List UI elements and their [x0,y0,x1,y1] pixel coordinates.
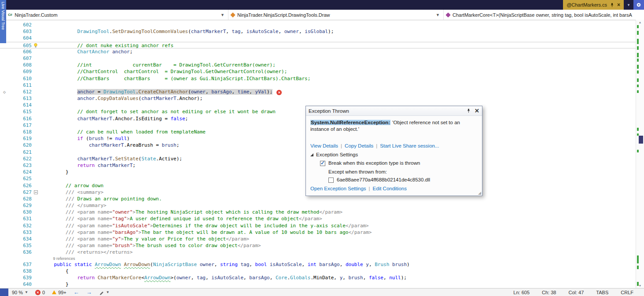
codelens-references[interactable]: 9 references [0,256,636,261]
code-line[interactable]: 606 ChartAnchor anchor; [0,48,636,55]
line-number[interactable]: 624 [9,169,33,175]
copy-details-link[interactable]: Copy Details [345,143,373,148]
pin-icon[interactable] [466,108,471,113]
line-number[interactable]: 604 [9,35,33,41]
code-text[interactable]: //int currentBar = DrawingTool.GetCurren… [40,62,636,68]
code-text[interactable]: anchor = DrawingTool.CreateChartAnchor(o… [40,89,636,95]
code-text[interactable]: /// <returns></returns> [40,249,636,255]
code-text[interactable]: /// Draws an arrow pointing down. [40,196,636,202]
code-text[interactable]: //ChartControl chartControl = DrawingToo… [40,68,636,75]
edit-conditions-link[interactable]: Edit Conditions [373,186,407,191]
code-text[interactable]: return ChartMarkerCore<ArrowDown>(owner,… [40,274,636,281]
code-text[interactable]: } [40,281,636,288]
line-number[interactable]: 640 [9,281,33,288]
module-exclusion-row[interactable]: 6ae88aee770a4ff688b02141de4c8530.dll [328,177,478,183]
line-number[interactable]: 610 [9,75,33,82]
code-line[interactable]: 633 /// <param name="barsAgo">The bar th… [0,229,636,236]
scrollbar-thumb[interactable] [639,136,643,144]
chevron-down-icon[interactable]: ▾ [624,0,633,10]
code-text[interactable]: /// <param name="barsAgo">The bar the ob… [40,229,636,236]
line-number[interactable]: 617 [9,122,33,129]
type-dropdown[interactable]: NinjaTrader.NinjaScript.DrawingTools.Dra… [228,10,444,20]
exception-settings-expander[interactable]: Exception Settings [310,152,478,157]
code-line[interactable]: 637 public static ArrowDown ArrowDown(Ni… [0,261,636,268]
line-number[interactable]: 607 [9,55,33,62]
line-number[interactable]: 608 [9,62,33,68]
code-line[interactable]: 603 DrawingTool.SetDrawingToolCommonValu… [0,28,636,35]
line-number[interactable]: 635 [9,242,33,249]
code-line[interactable]: 607 [0,55,636,62]
code-line[interactable]: 634 /// <param name="y">The y value or P… [0,236,636,242]
start-live-share-session-link[interactable]: Start Live Share session... [380,143,439,148]
line-number[interactable]: 626 [9,182,33,189]
code-text[interactable]: /// </summary> [40,202,636,209]
code-text[interactable]: //ChartBars chartBars = (owner as Gui.Ni… [40,75,636,82]
break-checkbox[interactable] [320,161,325,166]
line-number[interactable]: 622 [9,155,33,162]
line-number[interactable]: 631 [9,215,33,222]
code-text[interactable]: anchor.CopyDataValues(chartMarkerT.Ancho… [40,95,636,102]
code-line[interactable]: 604 [0,35,636,41]
code-text[interactable] [40,35,636,41]
line-number[interactable]: 615 [9,108,33,115]
module-checkbox[interactable] [328,178,334,183]
line-number[interactable]: 621 [9,149,33,155]
error-count-badge[interactable]: × 0 [32,289,48,296]
code-text[interactable]: { [40,268,636,274]
code-text[interactable]: /// <param name="owner">The hosting Ninj… [40,209,636,215]
line-number[interactable]: 609 [9,68,33,75]
line-number[interactable]: 605 [9,42,33,48]
project-dropdown[interactable]: C# NinjaTrader.Custom ▼ [0,10,228,20]
line-number[interactable]: 636 [9,249,33,255]
code-text[interactable] [40,82,636,89]
warning-count-badge[interactable]: 99+ [48,289,70,296]
code-line[interactable]: 635 /// <param name="brush">The brush us… [0,242,636,249]
code-line[interactable]: 638 { [0,268,636,274]
code-text[interactable]: // dont nuke existing anchor refs [40,42,636,48]
line-number[interactable]: 618 [9,129,33,135]
gear-icon[interactable] [633,0,644,10]
line-number[interactable]: 639 [9,274,33,281]
view-details-link[interactable]: View Details [310,143,338,148]
code-line[interactable]: 611 [0,82,636,89]
scroll-up-icon[interactable]: ▲ [636,20,644,25]
line-number[interactable]: 623 [9,162,33,169]
code-line[interactable]: 632 /// <param name="isAutoScale">Determ… [0,222,636,229]
line-number[interactable]: 628 [9,196,33,202]
code-line[interactable]: 639 return ChartMarkerCore<ArrowDown>(ow… [0,274,636,281]
line-number[interactable]: 634 [9,236,33,242]
exception-popup-titlebar[interactable]: Exception Thrown ✕ [306,106,482,116]
live-visual-tree-tab[interactable]: Live Visual Tree [0,0,6,43]
pin-icon[interactable] [610,3,615,7]
navigate-backward-button[interactable]: ← [70,289,83,296]
code-text[interactable]: /// <param name="tag">A user defined uni… [40,215,636,222]
code-line[interactable]: 608 //int currentBar = DrawingTool.GetCu… [0,62,636,68]
line-number[interactable]: 619 [9,135,33,142]
code-line[interactable]: ◇612 anchor = DrawingTool.CreateChartAnc… [0,89,636,95]
code-line[interactable]: 630 /// <param name="owner">The hosting … [0,209,636,215]
code-text[interactable]: ChartAnchor anchor; [40,48,636,55]
code-line[interactable]: 613 anchor.CopyDataValues(chartMarkerT.A… [0,95,636,102]
vertical-scrollbar[interactable]: ▲ ▼ [636,20,644,289]
code-text[interactable]: /// <param name="y">The y value or Price… [40,236,636,242]
code-line[interactable]: 640 } [0,281,636,288]
code-line[interactable]: 609 //ChartControl chartControl = Drawin… [0,68,636,75]
code-text[interactable]: /// <param name="isAutoScale">Determines… [40,222,636,229]
line-number[interactable]: 620 [9,142,33,148]
line-number[interactable]: 633 [9,229,33,236]
navigate-forward-button[interactable]: → [83,289,96,296]
code-line[interactable]: 636 /// <returns></returns> [0,249,636,255]
line-number[interactable]: 603 [9,28,33,35]
break-on-exception-row[interactable]: Break when this exception type is thrown [320,160,478,166]
code-line[interactable]: 628 /// Draws an arrow pointing down. [0,196,636,202]
line-number[interactable]: 638 [9,268,33,274]
code-line[interactable]: 602 [0,22,636,28]
code-text[interactable]: public static ArrowDown ArrowDown(NinjaS… [40,261,636,268]
line-number[interactable]: 625 [9,175,33,182]
code-text[interactable] [40,22,636,28]
line-number[interactable]: 629 [9,202,33,209]
line-number[interactable]: 637 [9,261,33,268]
resize-grip[interactable]: ◢ [478,191,481,195]
close-icon[interactable]: ✕ [475,108,479,114]
code-line[interactable]: 605 // dont nuke existing anchor refs [0,42,636,48]
